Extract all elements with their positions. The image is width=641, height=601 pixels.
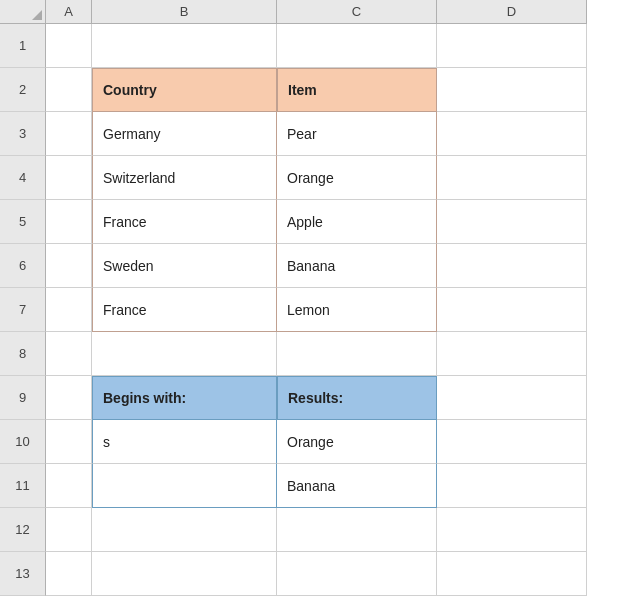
row-header-13: 13 bbox=[0, 552, 46, 596]
cell-8d[interactable] bbox=[437, 332, 587, 376]
row-header-11: 11 bbox=[0, 464, 46, 508]
row-header-8: 8 bbox=[0, 332, 46, 376]
cell-6b[interactable]: Sweden bbox=[92, 244, 277, 288]
col-headers: A B C D bbox=[0, 0, 641, 24]
row-header-7: 7 bbox=[0, 288, 46, 332]
col-header-a[interactable]: A bbox=[46, 0, 92, 24]
cell-11a[interactable] bbox=[46, 464, 92, 508]
table-row: 2 Country Item bbox=[0, 68, 641, 112]
cell-3d[interactable] bbox=[437, 112, 587, 156]
cell-13a[interactable] bbox=[46, 552, 92, 596]
cell-9a[interactable] bbox=[46, 376, 92, 420]
cell-2a[interactable] bbox=[46, 68, 92, 112]
cell-6a[interactable] bbox=[46, 244, 92, 288]
table-row: 13 bbox=[0, 552, 641, 596]
row-header-4: 4 bbox=[0, 156, 46, 200]
cell-4b[interactable]: Switzerland bbox=[92, 156, 277, 200]
cell-7d[interactable] bbox=[437, 288, 587, 332]
cell-7a[interactable] bbox=[46, 288, 92, 332]
corner-cell bbox=[0, 0, 46, 24]
row-header-10: 10 bbox=[0, 420, 46, 464]
cell-6d[interactable] bbox=[437, 244, 587, 288]
col-header-d[interactable]: D bbox=[437, 0, 587, 24]
cell-10c[interactable]: Orange bbox=[277, 420, 437, 464]
cell-12c[interactable] bbox=[277, 508, 437, 552]
cell-10b[interactable]: s bbox=[92, 420, 277, 464]
cell-1a[interactable] bbox=[46, 24, 92, 68]
cell-9c[interactable]: Results: bbox=[277, 376, 437, 420]
cell-1d[interactable] bbox=[437, 24, 587, 68]
table-row: 10 s Orange bbox=[0, 420, 641, 464]
row-header-3: 3 bbox=[0, 112, 46, 156]
cell-5a[interactable] bbox=[46, 200, 92, 244]
cell-5d[interactable] bbox=[437, 200, 587, 244]
table-row: 7 France Lemon bbox=[0, 288, 641, 332]
cell-8a[interactable] bbox=[46, 332, 92, 376]
cell-2b[interactable]: Country bbox=[92, 68, 277, 112]
cell-11b[interactable] bbox=[92, 464, 277, 508]
cell-4a[interactable] bbox=[46, 156, 92, 200]
cell-12d[interactable] bbox=[437, 508, 587, 552]
row-header-9: 9 bbox=[0, 376, 46, 420]
table-row: 9 Begins with: Results: bbox=[0, 376, 641, 420]
table-row: 3 Germany Pear bbox=[0, 112, 641, 156]
col-header-c[interactable]: C bbox=[277, 0, 437, 24]
cell-2d[interactable] bbox=[437, 68, 587, 112]
cell-5c[interactable]: Apple bbox=[277, 200, 437, 244]
cell-12a[interactable] bbox=[46, 508, 92, 552]
table-row: 8 bbox=[0, 332, 641, 376]
cell-13d[interactable] bbox=[437, 552, 587, 596]
spreadsheet: A B C D 1 2 Country Item 3 Germany Pear bbox=[0, 0, 641, 601]
cell-7b[interactable]: France bbox=[92, 288, 277, 332]
cell-7c[interactable]: Lemon bbox=[277, 288, 437, 332]
cell-2c[interactable]: Item bbox=[277, 68, 437, 112]
row-header-2: 2 bbox=[0, 68, 46, 112]
table-row: 12 bbox=[0, 508, 641, 552]
col-header-b[interactable]: B bbox=[92, 0, 277, 24]
cell-9d[interactable] bbox=[437, 376, 587, 420]
cell-1c[interactable] bbox=[277, 24, 437, 68]
row-header-6: 6 bbox=[0, 244, 46, 288]
cell-9b[interactable]: Begins with: bbox=[92, 376, 277, 420]
cell-10d[interactable] bbox=[437, 420, 587, 464]
cell-3a[interactable] bbox=[46, 112, 92, 156]
cell-8b[interactable] bbox=[92, 332, 277, 376]
cell-11d[interactable] bbox=[437, 464, 587, 508]
cell-6c[interactable]: Banana bbox=[277, 244, 437, 288]
cell-12b[interactable] bbox=[92, 508, 277, 552]
cell-3b[interactable]: Germany bbox=[92, 112, 277, 156]
table-row: 4 Switzerland Orange bbox=[0, 156, 641, 200]
cell-13b[interactable] bbox=[92, 552, 277, 596]
row-header-1: 1 bbox=[0, 24, 46, 68]
table-row: 5 France Apple bbox=[0, 200, 641, 244]
table-row: 11 Banana bbox=[0, 464, 641, 508]
cell-1b[interactable] bbox=[92, 24, 277, 68]
cell-5b[interactable]: France bbox=[92, 200, 277, 244]
table-row: 6 Sweden Banana bbox=[0, 244, 641, 288]
rows-area: 1 2 Country Item 3 Germany Pear 4 Switze… bbox=[0, 24, 641, 601]
row-header-5: 5 bbox=[0, 200, 46, 244]
cell-4c[interactable]: Orange bbox=[277, 156, 437, 200]
cell-8c[interactable] bbox=[277, 332, 437, 376]
cell-13c[interactable] bbox=[277, 552, 437, 596]
table-row: 1 bbox=[0, 24, 641, 68]
cell-11c[interactable]: Banana bbox=[277, 464, 437, 508]
cell-10a[interactable] bbox=[46, 420, 92, 464]
cell-4d[interactable] bbox=[437, 156, 587, 200]
cell-3c[interactable]: Pear bbox=[277, 112, 437, 156]
row-header-12: 12 bbox=[0, 508, 46, 552]
